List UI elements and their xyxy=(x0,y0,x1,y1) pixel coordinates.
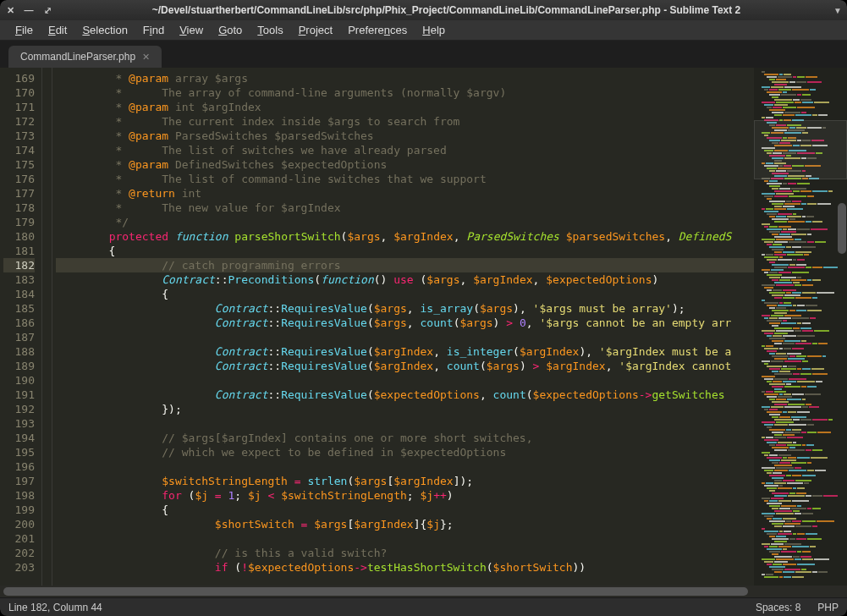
menu-view[interactable]: View xyxy=(173,22,210,38)
maximize-icon[interactable]: ⤢ xyxy=(42,5,52,15)
line-number[interactable]: 195 xyxy=(3,445,35,459)
code-line[interactable]: Contract::RequiresValue($args, is_array(… xyxy=(56,301,754,316)
line-number[interactable]: 175 xyxy=(3,157,35,172)
titlebar[interactable]: ✕ — ⤢ ~/Devel/stuartherbert/CommandLineL… xyxy=(0,0,847,20)
line-number[interactable]: 201 xyxy=(3,531,35,546)
fold-margin[interactable] xyxy=(42,68,52,586)
menu-tools[interactable]: Tools xyxy=(250,22,289,38)
code-line[interactable]: */ xyxy=(56,215,754,229)
code-line[interactable]: // which we expect to be defined in $exp… xyxy=(56,445,754,459)
line-number[interactable]: 185 xyxy=(3,301,35,316)
code-editor[interactable]: * @param array $args * The array of comm… xyxy=(52,68,754,586)
code-line[interactable]: Contract::RequiresValue($argIndex, count… xyxy=(56,359,754,373)
line-number[interactable]: 170 xyxy=(3,85,35,100)
code-line[interactable]: $shortSwitch = $args[$argIndex]{$j}; xyxy=(56,517,754,531)
status-spaces[interactable]: Spaces: 8 xyxy=(756,602,800,613)
line-number[interactable]: 176 xyxy=(3,172,35,186)
minimap-scrollbar[interactable] xyxy=(838,203,846,254)
menu-goto[interactable]: Goto xyxy=(212,22,249,38)
code-line[interactable]: * @param DefinedSwitches $expectedOption… xyxy=(56,157,754,172)
line-number[interactable]: 172 xyxy=(3,114,35,129)
line-number[interactable]: 186 xyxy=(3,316,35,330)
menu-find[interactable]: Find xyxy=(136,22,171,38)
code-line[interactable]: protected function parseShortSwitch($arg… xyxy=(56,229,754,244)
line-number[interactable]: 192 xyxy=(3,402,35,416)
code-line[interactable]: if (!$expectedOptions->testHasShortSwitc… xyxy=(56,560,754,575)
code-line[interactable] xyxy=(56,416,754,431)
code-line[interactable] xyxy=(56,330,754,344)
code-line[interactable]: { xyxy=(56,287,754,301)
menu-down-icon[interactable]: ▼ xyxy=(833,6,842,15)
code-line[interactable]: * The list of command-line switches that… xyxy=(56,172,754,186)
line-number[interactable]: 190 xyxy=(3,373,35,388)
code-line[interactable]: Contract::RequiresValue($argIndex, is_in… xyxy=(56,344,754,359)
tabbar: CommandLineParser.php ✕ xyxy=(0,41,847,68)
line-number[interactable]: 202 xyxy=(3,546,35,560)
code-line[interactable]: Contract::RequiresValue($args, count($ar… xyxy=(56,316,754,330)
status-position[interactable]: Line 182, Column 44 xyxy=(8,602,102,613)
menu-project[interactable]: Project xyxy=(292,22,339,38)
line-number[interactable]: 187 xyxy=(3,330,35,344)
code-line[interactable]: for ($j = 1; $j < $switchStringLength; $… xyxy=(56,488,754,503)
close-icon[interactable]: ✕ xyxy=(5,5,15,15)
code-line[interactable]: }); xyxy=(56,402,754,416)
menu-file[interactable]: File xyxy=(8,22,40,38)
line-number[interactable]: 194 xyxy=(3,431,35,445)
code-line[interactable]: // catch programming errors xyxy=(56,258,754,272)
code-line[interactable]: { xyxy=(56,244,754,258)
line-number[interactable]: 203 xyxy=(3,560,35,575)
menu-help[interactable]: Help xyxy=(415,22,452,38)
code-line[interactable]: // is this a valid switch? xyxy=(56,546,754,560)
hscroll-thumb[interactable] xyxy=(3,587,748,596)
code-line[interactable]: * @return int xyxy=(56,186,754,201)
line-number[interactable]: 196 xyxy=(3,459,35,474)
line-number[interactable]: 184 xyxy=(3,287,35,301)
line-number[interactable]: 198 xyxy=(3,488,35,503)
line-number[interactable]: 191 xyxy=(3,388,35,402)
line-number[interactable]: 174 xyxy=(3,143,35,157)
line-number[interactable]: 178 xyxy=(3,201,35,215)
line-number[interactable]: 179 xyxy=(3,215,35,229)
close-icon[interactable]: ✕ xyxy=(142,52,150,63)
minimize-icon[interactable]: — xyxy=(24,5,34,15)
horizontal-scrollbar[interactable] xyxy=(0,586,847,597)
code-line[interactable]: $switchStringLength = strlen($args[$argI… xyxy=(56,474,754,488)
line-number[interactable]: 182 xyxy=(3,258,35,272)
line-number[interactable]: 183 xyxy=(3,272,35,287)
code-line[interactable] xyxy=(56,531,754,546)
code-line[interactable]: * The array of command-line arguments (n… xyxy=(56,85,754,100)
code-line[interactable]: Contract::Preconditions(function() use (… xyxy=(56,272,754,287)
menu-selection[interactable]: Selection xyxy=(75,22,134,38)
line-number[interactable]: 193 xyxy=(3,416,35,431)
code-line[interactable] xyxy=(56,373,754,388)
line-number[interactable]: 177 xyxy=(3,186,35,201)
code-line[interactable]: Contract::RequiresValue($expectedOptions… xyxy=(56,388,754,402)
code-line[interactable]: * The list of switches we have already p… xyxy=(56,143,754,157)
line-number[interactable]: 200 xyxy=(3,517,35,531)
line-number[interactable]: 189 xyxy=(3,359,35,373)
line-number[interactable]: 169 xyxy=(3,71,35,85)
tab-commandlineparser[interactable]: CommandLineParser.php ✕ xyxy=(8,46,162,68)
line-number[interactable]: 188 xyxy=(3,344,35,359)
code-line[interactable]: * The current index inside $args to sear… xyxy=(56,114,754,129)
menu-preferences[interactable]: Preferences xyxy=(341,22,414,38)
code-line[interactable]: * @param ParsedSwitches $parsedSwitches xyxy=(56,129,754,143)
status-language[interactable]: PHP xyxy=(817,602,839,613)
minimap-viewport[interactable] xyxy=(754,120,847,179)
minimap[interactable] xyxy=(754,68,847,586)
line-number[interactable]: 199 xyxy=(3,503,35,517)
code-line[interactable]: * @param int $argIndex xyxy=(56,100,754,114)
code-line[interactable] xyxy=(56,459,754,474)
line-number[interactable]: 181 xyxy=(3,244,35,258)
menu-edit[interactable]: Edit xyxy=(41,22,74,38)
line-number[interactable]: 173 xyxy=(3,129,35,143)
code-line[interactable]: // $args[$argIndex] contains one or more… xyxy=(56,431,754,445)
code-line[interactable]: { xyxy=(56,503,754,517)
window-title: ~/Devel/stuartherbert/CommandLineLib/src… xyxy=(63,4,830,16)
code-line[interactable]: * @param array $args xyxy=(56,71,754,85)
line-number[interactable]: 180 xyxy=(3,229,35,244)
code-line[interactable]: * The new value for $argIndex xyxy=(56,201,754,215)
line-number-gutter[interactable]: 1691701711721731741751761771781791801811… xyxy=(0,68,42,586)
line-number[interactable]: 197 xyxy=(3,474,35,488)
line-number[interactable]: 171 xyxy=(3,100,35,114)
